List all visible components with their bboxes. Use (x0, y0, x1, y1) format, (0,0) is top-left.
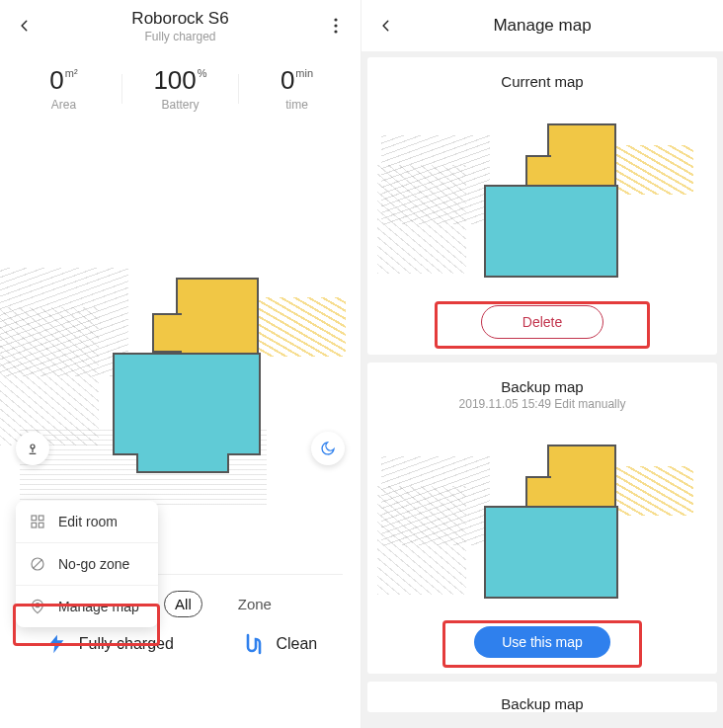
svg-rect-3 (32, 516, 37, 521)
map-thumbnail (367, 417, 717, 620)
header-title-block: Manage map (397, 16, 687, 36)
map-card-subtitle: 2019.11.05 15:49 Edit manually (367, 397, 717, 413)
clean-label: Clean (276, 635, 317, 653)
lidar-noise (377, 486, 466, 595)
stat-area-label: Area (6, 98, 121, 112)
map-cards-list[interactable]: Current map Delete Backup map 2019.11.05… (362, 51, 723, 728)
back-button[interactable] (14, 15, 36, 37)
map-room-yellow (152, 313, 182, 353)
map-room-cyan (113, 353, 261, 455)
svg-point-2 (334, 30, 337, 33)
header: Roborock S6 Fully charged (0, 0, 361, 51)
tab-zone[interactable]: Zone (228, 592, 281, 616)
charge-action[interactable]: Fully charged (43, 631, 174, 657)
locate-button[interactable] (16, 432, 49, 465)
map-room-yellow (525, 476, 551, 508)
stat-battery-unit: % (198, 67, 207, 79)
delete-map-button[interactable]: Delete (481, 305, 603, 339)
map-room-yellow (176, 278, 259, 355)
page-title: Manage map (397, 16, 687, 36)
svg-rect-4 (39, 516, 43, 521)
moon-icon (320, 441, 336, 456)
svg-rect-6 (39, 523, 43, 527)
map-actions-popover: Edit room No-go zone Manage map (16, 501, 158, 627)
map-room-yellow (547, 123, 616, 187)
map-room-yellow (525, 155, 551, 187)
stat-battery: 100% Battery (122, 65, 238, 112)
svg-point-0 (334, 18, 337, 21)
chevron-left-icon (18, 19, 32, 33)
header-title-block: Roborock S6 Fully charged (36, 9, 325, 43)
map-card-backup: Backup map 2019.11.05 15:49 Edit manuall… (367, 363, 717, 674)
pin-line-icon (25, 441, 40, 456)
manage-map-label: Manage map (58, 599, 139, 614)
clean-action[interactable]: Clean (240, 631, 317, 657)
map-room-cyan (136, 453, 229, 473)
edit-room-label: Edit room (58, 514, 118, 529)
map-card-title: Backup map (367, 372, 717, 397)
page-subtitle: Fully charged (36, 30, 325, 43)
map-card-title: Current map (367, 67, 717, 92)
lidar-noise (614, 466, 693, 516)
lidar-noise (614, 145, 693, 195)
stat-time-value: 0 (281, 65, 294, 96)
map-room-cyan (484, 185, 618, 278)
night-mode-button[interactable] (311, 432, 345, 465)
more-menu-button[interactable] (325, 15, 347, 37)
screen-manage-map: Manage map Current map Delete Backup map… (362, 0, 723, 728)
lidar-noise (0, 307, 99, 445)
svg-rect-5 (32, 523, 37, 527)
map-card-current: Current map Delete (367, 57, 717, 355)
stats-row: 0m² Area 100% Battery 0min time (0, 51, 361, 120)
stat-battery-label: Battery (122, 98, 238, 112)
edit-room-item[interactable]: Edit room (16, 501, 158, 542)
page-title: Roborock S6 (36, 9, 325, 29)
stat-time-unit: min (295, 67, 313, 79)
map-pin-icon (29, 598, 46, 615)
bottom-action-bar: Fully charged Clean (0, 627, 361, 667)
chevron-left-icon (379, 19, 393, 33)
charge-label: Fully charged (79, 635, 174, 653)
use-this-map-button[interactable]: Use this map (474, 626, 610, 658)
svg-point-9 (36, 604, 40, 607)
no-entry-icon (29, 555, 46, 573)
svg-point-1 (334, 24, 337, 27)
back-button[interactable] (375, 15, 397, 37)
map-canvas[interactable]: Edit room No-go zone Manage map (0, 120, 361, 574)
clean-path-icon (240, 631, 266, 657)
svg-line-8 (33, 559, 41, 568)
stat-time-label: time (239, 98, 355, 112)
stat-area-value: 0 (49, 65, 63, 96)
map-card-title: Backup map (367, 689, 717, 712)
no-go-zone-item[interactable]: No-go zone (16, 542, 158, 585)
manage-map-item[interactable]: Manage map (16, 585, 158, 627)
bolt-icon (43, 631, 69, 657)
lidar-noise (377, 165, 466, 274)
map-card-backup-peek: Backup map (367, 682, 717, 712)
grid-icon (29, 513, 46, 530)
lidar-noise (257, 297, 346, 357)
header: Manage map (362, 0, 723, 51)
stat-time: 0min time (239, 65, 355, 112)
screen-device-home: Roborock S6 Fully charged 0m² Area 100% … (0, 0, 362, 728)
stat-battery-value: 100 (153, 65, 196, 96)
map-thumbnail (367, 96, 717, 299)
stat-area: 0m² Area (6, 65, 121, 112)
map-room-cyan (484, 506, 618, 599)
svg-point-10 (31, 445, 35, 448)
tab-all[interactable]: All (164, 591, 202, 617)
no-go-zone-label: No-go zone (58, 556, 129, 572)
more-vertical-icon (334, 18, 338, 34)
stat-area-unit: m² (65, 67, 78, 79)
map-room-yellow (547, 445, 616, 508)
